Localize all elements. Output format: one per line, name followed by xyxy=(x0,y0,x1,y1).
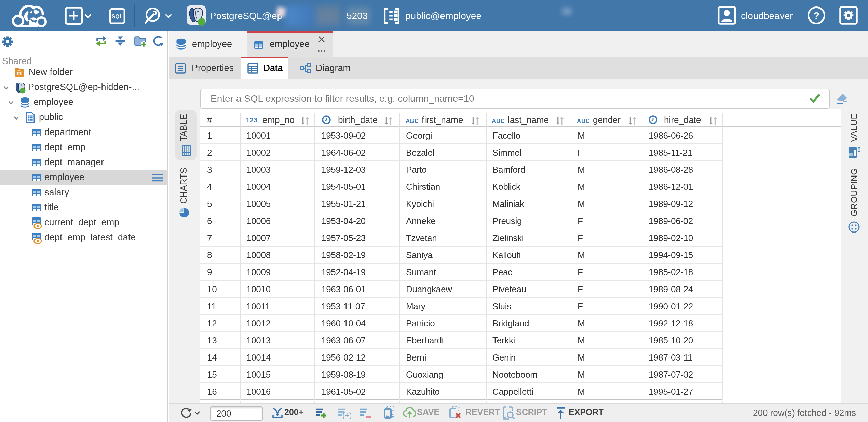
svg-text:?: ? xyxy=(813,10,819,21)
svg-text:SQL: SQL xyxy=(112,13,123,19)
svg-text:(+): (+) xyxy=(342,411,351,419)
